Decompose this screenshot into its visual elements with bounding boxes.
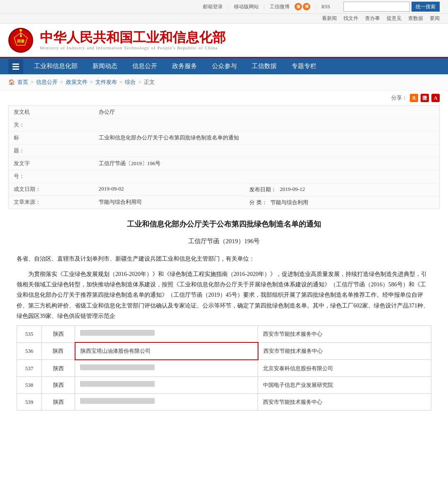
second-bar: 看新闻 找文件 查办事 提意见 查数据 要闻: [0, 14, 448, 24]
site-header: 国徽 中华人民共和国工业和信息化部 Ministry of Industry a…: [0, 24, 448, 58]
doc-info-row-subject: 标 工业和信息化部办公厅关于公布第四批绿色制造名单的通知: [9, 132, 439, 144]
second-link-feedback[interactable]: 提意见: [387, 15, 402, 22]
site-title: 中华人民共和国工业和信息化部 Ministry of Industry and …: [40, 30, 440, 50]
doc-info-row-topic: 题：: [9, 144, 439, 157]
breadcrumb-general[interactable]: 综合: [125, 78, 136, 86]
date-created-label: 成文日期：: [9, 183, 94, 196]
second-link-important[interactable]: 要闻: [430, 15, 440, 22]
table-cell-num: 538: [17, 377, 42, 393]
site-name-cn: 中华人民共和国工业和信息化部: [40, 30, 440, 45]
table-cell-org: 西安市节能技术服务中心: [258, 342, 431, 359]
breadcrumb-info[interactable]: 信息公开: [36, 78, 58, 86]
second-link-data[interactable]: 查数据: [408, 15, 423, 22]
nav-icon: [8, 59, 23, 74]
table-row: 537陕西北京安泰科信息股份有限公司: [17, 360, 431, 377]
table-cell-num: 535: [17, 326, 42, 343]
rss-share-icon[interactable]: R: [410, 94, 418, 102]
date-publish-value: 2019-09-12: [280, 186, 305, 193]
breadcrumb-filepub[interactable]: 文件发布: [95, 78, 117, 86]
article-docnum: 工信厅节函（2019）196号: [17, 236, 431, 247]
svg-text:国徽: 国徽: [17, 39, 25, 43]
doc-info-row-re: 关：: [9, 119, 439, 132]
svg-rect-7: [12, 68, 19, 70]
table-cell-org: 北京安泰科信息股份有限公司: [258, 360, 431, 377]
weibo-icon: 微 博: [295, 3, 310, 10]
table-cell-num: 536: [17, 342, 42, 359]
article-title: 工业和信息化部办公厅关于公布第四批绿色制造名单的通知: [17, 217, 431, 231]
logo-emblem: 国徽: [8, 28, 33, 53]
table-cell-province: 陕西: [42, 342, 75, 359]
main-nav: 工业和信息化部 新闻动态 信息公开 政务服务 公众参与 工信数据 专题专栏: [0, 58, 448, 74]
doc-info-row-dates: 成文日期： 2019-09-02 发布日期： 2019-09-12: [9, 183, 439, 196]
table-cell-company: [75, 360, 258, 377]
nav-item-ict-data[interactable]: 工信数据: [244, 58, 284, 74]
breadcrumb: 🏠 首页 > 信息公开 > 政策文件 > 文件发布 > 综合 > 正文: [0, 74, 448, 90]
table-cell-org: 西安市节能技术服务中心: [258, 326, 431, 343]
table-cell-province: 陕西: [42, 377, 75, 393]
sender-label: 发文机: [9, 106, 94, 119]
num-label: 号：: [9, 170, 94, 183]
subject-label: 标: [9, 132, 94, 144]
doc-info-row-sender: 发文机 办公厅: [9, 106, 439, 119]
re-label: 关：: [9, 119, 94, 132]
table-cell-province: 陕西: [42, 360, 75, 377]
nav-item-miit[interactable]: 工业和信息化部: [27, 58, 85, 74]
nav-item-public[interactable]: 公众参与: [205, 58, 244, 74]
search-area: 统一搜索: [343, 2, 440, 12]
table-cell-company: [75, 326, 258, 343]
top-link-mobile[interactable]: 移动版网站: [234, 3, 259, 10]
data-table: 535陕西西安市节能技术服务中心536陕西陕西宝塔山油漆股份有限公司西安市节能技…: [17, 325, 431, 410]
docnum-label: 发文字: [9, 157, 94, 170]
source-value: 节能与综合利用司: [94, 196, 245, 209]
second-link-news[interactable]: 看新闻: [322, 15, 337, 22]
svg-point-2: [19, 29, 22, 32]
table-row: 539陕西西安市节能技术服务中心: [17, 393, 431, 410]
table-cell-company: [75, 377, 258, 393]
share-label: 分享：: [391, 94, 407, 102]
home-icon: 🏠: [8, 79, 15, 85]
svg-rect-5: [12, 63, 19, 65]
sender-value: 办公厅: [94, 106, 245, 119]
weibo-share-icon[interactable]: 微: [421, 94, 429, 102]
category-label: 分 类：: [249, 199, 267, 206]
svg-rect-6: [12, 66, 19, 67]
article-content: 工业和信息化部办公厅关于公布第四批绿色制造名单的通知 工信厅节函（2019）19…: [0, 209, 448, 419]
search-input[interactable]: [343, 2, 410, 12]
second-link-service[interactable]: 查办事: [365, 15, 380, 22]
doc-info-row-source: 文章来源： 节能与综合利用司 分 类： 节能与综合利用: [9, 196, 439, 209]
nav-item-gov[interactable]: 政务服务: [165, 58, 205, 74]
article-address: 各省、自治区、直辖市及计划单列市、新疆生产建设兵团工业和信息化主管部门，有关单位…: [17, 254, 431, 264]
table-cell-company: [75, 393, 258, 410]
pdf-share-icon[interactable]: A: [431, 94, 440, 102]
nav-item-special[interactable]: 专题专栏: [284, 58, 324, 74]
article-body: 为贯彻落实《工业绿色发展规划（2016-2020年）》和《绿色制造工程实施指南（…: [17, 269, 431, 321]
table-cell-province: 陕西: [42, 326, 75, 343]
breadcrumb-current: 正文: [144, 78, 155, 86]
category-value: 节能与综合利用: [270, 199, 308, 206]
top-link-mailbox[interactable]: 邮箱登录: [203, 3, 223, 10]
table-cell-num: 539: [17, 393, 42, 410]
table-row: 536陕西陕西宝塔山油漆股份有限公司西安市节能技术服务中心: [17, 342, 431, 359]
doc-info-row-docnum: 发文字 工信厅节函〔2019〕196号: [9, 157, 439, 170]
breadcrumb-home[interactable]: 首页: [17, 78, 28, 86]
nav-item-info[interactable]: 信息公开: [125, 58, 165, 74]
table-cell-org: 西安市节能技术服务中心: [258, 393, 431, 410]
doc-info-row-num: 号：: [9, 170, 439, 183]
site-name-en: Ministry of Industry and Information Tec…: [40, 45, 440, 50]
doc-info-table: 发文机 办公厅 关： 标 工业和信息化部办公厅关于公布第四批绿色制造名单的通知 …: [8, 105, 440, 209]
docnum-value: 工信厅节函〔2019〕196号: [94, 157, 439, 170]
date-publish-label: 发布日期：: [249, 186, 276, 193]
subject-value: 工业和信息化部办公厅关于公布第四批绿色制造名单的通知: [94, 132, 439, 144]
share-bar: 分享： R 微 A: [0, 90, 448, 104]
table-cell-province: 陕西: [42, 393, 75, 410]
nav-item-news[interactable]: 新闻动态: [85, 58, 125, 74]
table-cell-org: 中国电子信息产业发展研究院: [258, 377, 431, 393]
second-link-file[interactable]: 找文件: [343, 15, 358, 22]
table-cell-num: 537: [17, 360, 42, 377]
search-button[interactable]: 统一搜索: [411, 2, 440, 12]
date-created-value: 2019-09-02: [94, 183, 245, 196]
top-link-rss[interactable]: RSS: [321, 4, 330, 10]
breadcrumb-policy[interactable]: 政策文件: [66, 78, 88, 86]
table-row: 535陕西西安市节能技术服务中心: [17, 326, 431, 343]
top-link-weibo[interactable]: 工信微博: [270, 3, 290, 10]
